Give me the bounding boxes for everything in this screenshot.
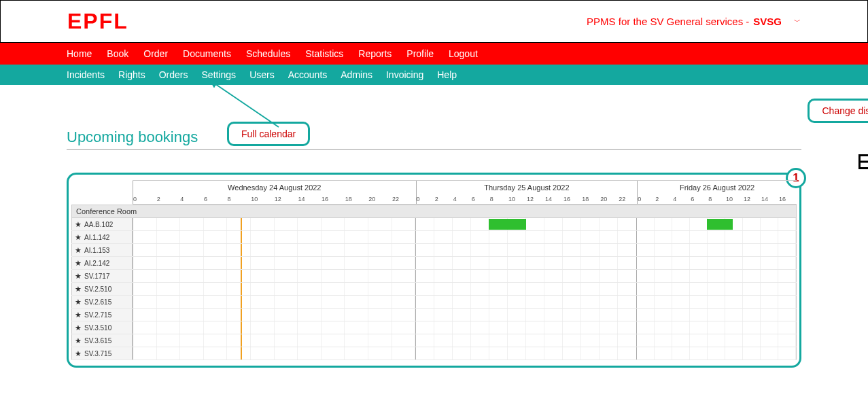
hour-label: 6 — [691, 194, 708, 204]
track-day[interactable] — [636, 244, 797, 256]
logo: EPFL — [67, 9, 128, 34]
star-icon[interactable]: ★ — [75, 311, 82, 319]
view-list-button[interactable] — [858, 154, 868, 169]
callout-change-display: Change display — [808, 99, 868, 123]
track-day[interactable] — [636, 257, 797, 269]
nav-schedules[interactable]: Schedules — [246, 48, 290, 59]
track-day[interactable] — [415, 309, 636, 321]
room-label[interactable]: ★SV.3.715 — [71, 347, 133, 360]
track-day[interactable] — [133, 334, 415, 347]
track-day[interactable] — [133, 218, 415, 230]
track-day[interactable] — [636, 218, 797, 230]
hour-label: 20 — [368, 194, 392, 204]
track-day[interactable] — [415, 231, 636, 243]
star-icon[interactable]: ★ — [75, 285, 82, 294]
star-icon[interactable]: ★ — [75, 298, 82, 306]
track-day[interactable] — [636, 334, 797, 347]
hour-label: 0 — [417, 194, 435, 204]
room-row: ★SV.3.615 — [71, 334, 797, 347]
hour-label: 20 — [600, 194, 619, 204]
hour-label: 6 — [472, 194, 490, 204]
room-label[interactable]: ★SV.3.510 — [71, 321, 133, 334]
nav-logout[interactable]: Logout — [449, 48, 478, 59]
subnav-invoicing[interactable]: Invoicing — [386, 69, 423, 80]
room-label[interactable]: ★SV.2.510 — [71, 283, 133, 295]
track-day[interactable] — [133, 244, 415, 256]
track-day[interactable] — [133, 309, 415, 321]
track-day[interactable] — [415, 257, 636, 269]
subnav-admins[interactable]: Admins — [341, 69, 372, 80]
star-icon[interactable]: ★ — [75, 349, 82, 358]
room-label[interactable]: ★SV.2.615 — [71, 296, 133, 308]
room-group-label: Conference Room — [71, 205, 797, 218]
hour-label: 8 — [228, 194, 251, 204]
subnav-settings[interactable]: Settings — [202, 69, 237, 80]
track-day[interactable] — [415, 347, 636, 360]
star-icon[interactable]: ★ — [75, 336, 82, 345]
subnav-accounts[interactable]: Accounts — [288, 69, 328, 80]
track-day[interactable] — [415, 218, 636, 230]
track-day[interactable] — [636, 321, 797, 334]
star-icon[interactable]: ★ — [75, 323, 82, 332]
hour-label: 8 — [490, 194, 508, 204]
now-indicator — [241, 321, 242, 334]
track-day[interactable] — [415, 334, 636, 347]
room-row: ★AI.2.142 — [71, 257, 797, 270]
track-day[interactable] — [415, 283, 636, 295]
room-label[interactable]: ★SV.3.615 — [71, 334, 133, 347]
track-day[interactable] — [133, 231, 415, 243]
track-day[interactable] — [415, 296, 636, 308]
track-day[interactable] — [133, 347, 415, 360]
track-day[interactable] — [415, 321, 636, 334]
subnav-incidents[interactable]: Incidents — [67, 69, 105, 80]
nav-book[interactable]: Book — [107, 48, 128, 59]
hour-label: 16 — [779, 194, 797, 204]
room-label[interactable]: ★AI.1.153 — [71, 244, 133, 256]
track-day[interactable] — [636, 296, 797, 308]
service-selector[interactable]: PPMS for the SV General services - SVSG … — [587, 16, 801, 27]
track-day[interactable] — [636, 270, 797, 282]
track-day[interactable] — [415, 270, 636, 282]
room-label[interactable]: ★SV.2.715 — [71, 309, 133, 321]
hour-label: 12 — [527, 194, 545, 204]
room-label[interactable]: ★AA.B.102 — [71, 218, 133, 230]
track-day[interactable] — [636, 231, 797, 243]
nav-order[interactable]: Order — [143, 48, 168, 59]
booking-block[interactable] — [707, 219, 732, 230]
track-day[interactable] — [133, 296, 415, 308]
track-day[interactable] — [636, 283, 797, 295]
svg-line-0 — [211, 81, 279, 127]
nav-reports[interactable]: Reports — [358, 48, 392, 59]
track-day[interactable] — [415, 244, 636, 256]
room-name: AI.2.142 — [84, 260, 109, 267]
room-label[interactable]: ★SV.1717 — [71, 270, 133, 282]
room-label[interactable]: ★AI.1.142 — [71, 231, 133, 243]
subnav-users[interactable]: Users — [249, 69, 275, 80]
track-day[interactable] — [636, 347, 797, 360]
track-day[interactable] — [133, 283, 415, 295]
star-icon[interactable]: ★ — [75, 220, 82, 229]
room-row: ★SV.2.615 — [71, 296, 797, 309]
star-icon[interactable]: ★ — [75, 233, 82, 242]
nav-profile[interactable]: Profile — [406, 48, 434, 59]
track-day[interactable] — [133, 321, 415, 334]
nav-statistics[interactable]: Statistics — [305, 48, 343, 59]
nav-home[interactable]: Home — [67, 48, 92, 59]
subnav-rights[interactable]: Rights — [118, 69, 145, 80]
subnav-help[interactable]: Help — [437, 69, 457, 80]
now-indicator — [241, 244, 242, 256]
day-header: Wednesday 24 August 2022 — [133, 181, 416, 194]
booking-block[interactable] — [489, 219, 526, 230]
star-icon[interactable]: ★ — [75, 272, 82, 281]
star-icon[interactable]: ★ — [75, 246, 82, 255]
room-name: SV.3.510 — [84, 324, 111, 332]
subnav-orders[interactable]: Orders — [159, 69, 188, 80]
room-label[interactable]: ★AI.2.142 — [71, 257, 133, 269]
track-day[interactable] — [133, 270, 415, 282]
hour-label: 10 — [508, 194, 527, 204]
star-icon[interactable]: ★ — [75, 259, 82, 268]
nav-documents[interactable]: Documents — [183, 48, 231, 59]
hour-label: 12 — [275, 194, 298, 204]
track-day[interactable] — [636, 309, 797, 321]
track-day[interactable] — [133, 257, 415, 269]
